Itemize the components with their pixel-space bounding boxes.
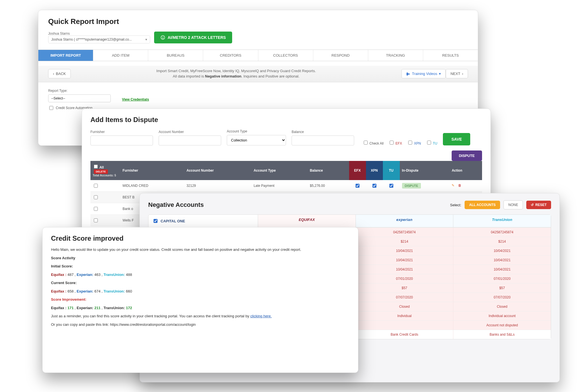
val-tu: 07/01/2020 <box>453 274 551 283</box>
report-type-label: Report Type: <box>48 89 67 93</box>
initial-score-line: Equifax : 487 , Experian: 463 , TransUni… <box>51 272 350 278</box>
val-ex: 10/04/2021 <box>356 246 453 255</box>
val-ex: 10/04/2021 <box>356 265 453 274</box>
none-button[interactable]: NONE <box>503 200 523 209</box>
col-xpn: XPN <box>366 161 383 180</box>
check-xpn[interactable]: XPN <box>407 140 421 145</box>
tab-respond[interactable]: RESPOND <box>313 50 368 61</box>
tab-add-item[interactable]: ADD ITEM <box>93 50 148 61</box>
row-checkbox[interactable] <box>94 207 98 211</box>
val-tu: 10/04/2021 <box>453 265 551 274</box>
client-value: Joshua Starns ( cl*****isputemanager123@… <box>51 37 132 41</box>
row-checkbox[interactable] <box>94 195 98 199</box>
val-ex: Individual <box>356 311 453 320</box>
tab-creditors[interactable]: CREDITORS <box>203 50 258 61</box>
val-ex: $214 <box>356 237 453 246</box>
client-label: Joshua Starns <box>48 32 150 36</box>
balance-input[interactable] <box>292 136 354 145</box>
val-tu: $214 <box>453 237 551 246</box>
col-acct-no: Account Number <box>184 161 251 180</box>
furnisher-label: Furnisher <box>90 130 153 134</box>
val-ex: 07/01/2020 <box>356 274 453 283</box>
credit-score-improved-card: Credit Score improved Hello Main, we wou… <box>42 227 358 373</box>
svg-point-0 <box>161 36 165 39</box>
edit-icon[interactable]: ✎ <box>452 183 456 188</box>
val-tu: $57 <box>453 284 551 293</box>
account-name: CAPITAL ONE <box>161 219 185 223</box>
select-label: Select: <box>450 203 461 207</box>
check-all[interactable]: Check All <box>363 140 383 145</box>
val-ex: 042587245874 <box>356 228 453 237</box>
row-checkbox[interactable] <box>94 218 98 222</box>
client-select[interactable]: Joshua Starns ( cl*****isputemanager123@… <box>48 36 150 43</box>
ai-button-label: AI/METRO 2 ATTACK LETTERS <box>168 35 226 40</box>
check-tu[interactable]: TU <box>426 140 437 145</box>
row-checkbox[interactable] <box>94 184 98 188</box>
chevron-down-icon: ▾ <box>145 37 147 41</box>
intro-text: Hello Main, we would like to update you … <box>51 247 350 253</box>
delete-icon[interactable]: 🗑 <box>458 183 463 188</box>
creditor-type-ex: Bank Credit Cards <box>356 330 453 339</box>
back-button[interactable]: ‹ BACK <box>48 69 71 78</box>
improvement-line: Equifax : 171 , Experian: 211 , TransUni… <box>51 305 350 311</box>
account-type-select[interactable]: Collection <box>227 135 286 145</box>
bureau-experian: experian <box>356 215 453 227</box>
credit-score-automation-checkbox[interactable] <box>49 106 53 110</box>
svg-point-1 <box>162 37 163 37</box>
account-name-cell[interactable]: CAPITAL ONE <box>148 215 258 227</box>
account-number-label: Account Number <box>159 130 221 134</box>
val-tu: Individual account <box>453 311 551 320</box>
cell-acct: 32129 <box>184 180 251 192</box>
dispute-pill[interactable]: DISPUTE <box>402 183 421 189</box>
tu-checkbox[interactable] <box>389 184 393 188</box>
creditor-type-tu: Banks and S&Ls <box>453 330 551 339</box>
robot-icon <box>160 35 165 40</box>
chevron-left-icon: ‹ <box>53 72 54 76</box>
ai-attack-letters-button[interactable]: AI/METRO 2 ATTACK LETTERS <box>154 32 232 43</box>
view-credentials-link[interactable]: View Credentials <box>122 98 149 101</box>
col-action: Action <box>449 161 482 180</box>
tab-import-report[interactable]: IMPORT REPORT <box>38 50 93 61</box>
reset-button[interactable]: ↺ RESET <box>526 201 551 209</box>
info-strip: ‹ BACK Import Smart Credit, MyFreeScore … <box>38 66 478 82</box>
xpn-checkbox[interactable] <box>372 184 376 188</box>
delete-pill[interactable]: DELETE <box>94 169 108 174</box>
col-tu: TU <box>383 161 400 180</box>
account-type-label: Account Type <box>227 129 286 133</box>
current-score-label: Current Score: <box>51 281 77 285</box>
tab-tracking[interactable]: TRACKING <box>368 50 423 61</box>
improvement-label: Score Improvement: <box>51 297 86 302</box>
bureau-equifax: EQUIFAX <box>258 215 356 227</box>
tab-bureaus[interactable]: BUREAUS <box>148 50 203 61</box>
back-label: BACK <box>56 72 66 76</box>
reminder-1: Just as a reminder, you can find this sc… <box>51 313 350 319</box>
efx-checkbox[interactable] <box>356 184 359 188</box>
tab-collectors[interactable]: COLLECTORS <box>258 50 313 61</box>
save-button[interactable]: SAVE <box>443 133 470 145</box>
dispute-button[interactable]: DISPUTE <box>452 150 482 161</box>
video-icon: ▮▸ <box>406 72 410 76</box>
select-all-checkbox[interactable] <box>94 165 98 169</box>
page-title: Quick Report Import <box>48 17 468 26</box>
balance-label: Balance <box>292 130 354 134</box>
training-label: Training Videos <box>412 72 437 76</box>
svg-point-2 <box>163 37 164 37</box>
val-tu: 10/04/2021 <box>453 256 551 265</box>
tab-results[interactable]: RESULTS <box>423 50 478 61</box>
next-button[interactable]: NEXT › <box>446 69 468 78</box>
val-ex: 10/04/2021 <box>356 256 453 265</box>
col-efx: EFX <box>349 161 366 180</box>
val-tu: 042587245874 <box>453 228 551 237</box>
furnisher-input[interactable] <box>90 136 153 145</box>
report-type-select[interactable]: --Select-- <box>48 94 111 102</box>
check-efx[interactable]: EFX <box>389 140 402 145</box>
initial-score-label: Initial Score: <box>51 264 73 268</box>
training-videos-button[interactable]: ▮▸ Training Videos ▾ <box>401 69 446 78</box>
card-title: Negative Accounts <box>148 201 204 209</box>
all-accounts-button[interactable]: ALL ACCOUNTS <box>465 201 500 209</box>
tracking-portal-link[interactable]: clicking here. <box>250 314 272 318</box>
account-checkbox[interactable] <box>154 219 157 223</box>
card-title: Add Items to Dispute <box>90 116 482 124</box>
account-number-input[interactable] <box>159 136 221 145</box>
col-furnisher: Furnisher <box>120 161 184 180</box>
